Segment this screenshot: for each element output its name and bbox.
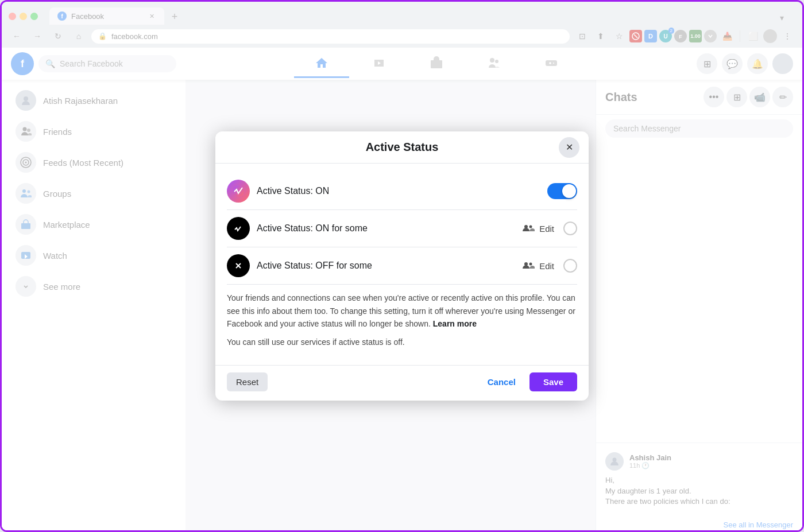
cancel-button[interactable]: Cancel (478, 372, 525, 391)
svg-point-27 (529, 226, 532, 228)
status-off-for-some-label: Active Status: OFF for some (257, 261, 522, 271)
learn-more-link[interactable]: Learn more (433, 319, 477, 328)
radio-off-for-some[interactable] (563, 259, 577, 273)
reset-button[interactable]: Reset (227, 372, 268, 391)
modal-footer: Reset Cancel Save (215, 365, 589, 401)
toggle-on[interactable] (547, 183, 577, 199)
edit-group-icon (522, 221, 535, 236)
edit-off-for-some[interactable]: Edit (522, 258, 554, 273)
modal-description: Your friends and connections can see whe… (227, 285, 577, 337)
svg-point-25 (233, 223, 244, 234)
status-on-label: Active Status: ON (257, 186, 547, 196)
active-status-on-icon (227, 180, 250, 203)
radio-on-for-some[interactable] (563, 222, 577, 235)
save-button[interactable]: Save (529, 372, 577, 391)
modal-footer-right: Cancel Save (478, 372, 577, 391)
status-row-on: Active Status: ON (227, 173, 577, 210)
status-row-on-for-some: Active Status: ON for some Edit (227, 210, 577, 247)
edit-on-for-some-label: Edit (539, 224, 554, 234)
edit-off-for-some-label: Edit (539, 261, 554, 271)
active-status-modal: Active Status ✕ (215, 131, 589, 400)
edit-group-icon-off (522, 258, 535, 273)
modal-description2: You can still use our services if active… (227, 337, 577, 356)
modal-title: Active Status (366, 141, 439, 154)
active-status-on-some-icon (227, 217, 250, 240)
edit-on-for-some[interactable]: Edit (522, 221, 554, 236)
modal-close-button[interactable]: ✕ (559, 137, 579, 158)
status-on-for-some-label: Active Status: ON for some (257, 223, 522, 234)
modal-overlay: Active Status ✕ (2, 2, 802, 530)
svg-point-30 (529, 263, 532, 266)
modal-body: Active Status: ON Active Status: ON for … (215, 164, 589, 364)
modal-header: Active Status ✕ (215, 131, 589, 164)
status-row-off-for-some: Active Status: OFF for some Edit (227, 247, 577, 285)
active-status-off-some-icon (227, 254, 250, 277)
toggle-active-status[interactable] (547, 183, 577, 199)
toggle-knob (562, 184, 576, 198)
